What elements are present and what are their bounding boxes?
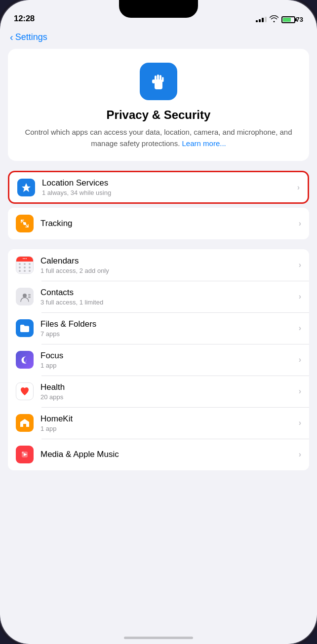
svg-rect-13 (28, 297, 31, 298)
media-text: Media & Apple Music (40, 450, 295, 459)
tracking-icon (16, 215, 34, 232)
phone-frame: 12:28 (0, 0, 317, 644)
calendars-icon (16, 256, 34, 274)
signal-bar-4 (265, 17, 267, 22)
svg-point-10 (23, 294, 27, 298)
learn-more-link[interactable]: Learn more... (182, 139, 226, 148)
svg-rect-12 (28, 296, 31, 297)
battery-fill (283, 18, 291, 22)
files-folders-item[interactable]: Files & Folders 7 apps › (8, 312, 309, 344)
signal-bars-icon (256, 17, 267, 22)
focus-title: Focus (40, 351, 295, 361)
homekit-chevron: › (299, 418, 301, 427)
health-item[interactable]: Health 20 apps › (8, 376, 309, 407)
signal-bar-2 (259, 19, 261, 22)
calendars-subtitle: 1 full access, 2 add only (40, 267, 295, 274)
svg-rect-5 (152, 79, 155, 83)
focus-chevron: › (299, 355, 301, 364)
files-folders-chevron: › (299, 324, 301, 333)
health-title: Health (40, 382, 295, 392)
location-services-chevron: › (297, 183, 300, 192)
tracking-chevron: › (299, 219, 301, 228)
tracking-title: Tracking (40, 219, 295, 228)
home-indicator (124, 637, 193, 639)
contacts-title: Contacts (40, 288, 295, 298)
status-time: 12:28 (14, 14, 35, 24)
svg-rect-3 (159, 75, 161, 81)
files-folders-subtitle: 7 apps (40, 330, 295, 338)
location-services-icon (17, 179, 35, 196)
tracking-item[interactable]: Tracking › (8, 208, 309, 239)
section-tracking: Tracking › (8, 208, 309, 239)
back-navigation: ‹ Settings (0, 28, 317, 49)
contacts-subtitle: 3 full access, 1 limited (40, 299, 295, 306)
back-label: Settings (15, 32, 47, 42)
back-button[interactable]: ‹ Settings (10, 32, 47, 43)
header-description: Control which apps can access your data,… (18, 127, 299, 149)
media-item[interactable]: Media & Apple Music › (8, 439, 309, 470)
contacts-chevron: › (299, 292, 301, 301)
media-icon (16, 446, 34, 463)
phone-screen: 12:28 (0, 0, 317, 644)
contacts-icon (16, 288, 34, 305)
homekit-icon (16, 414, 34, 432)
files-folders-title: Files & Folders (40, 319, 295, 329)
media-chevron: › (299, 450, 301, 459)
battery-percent: 73 (296, 16, 303, 23)
privacy-app-icon (140, 63, 177, 100)
media-title: Media & Apple Music (40, 450, 295, 459)
back-chevron-icon: ‹ (10, 32, 13, 43)
files-folders-icon (16, 319, 34, 337)
svg-rect-7 (23, 258, 24, 259)
section-permissions: Calendars 1 full access, 2 add only › (8, 249, 309, 470)
permissions-list: Calendars 1 full access, 2 add only › (8, 249, 309, 470)
cal-header (16, 257, 33, 262)
location-services-title: Location Services (42, 178, 293, 188)
contacts-text: Contacts 3 full access, 1 limited (40, 288, 295, 306)
health-chevron: › (299, 387, 301, 396)
location-services-subtitle: 1 always, 34 while using (42, 189, 293, 196)
focus-text: Focus 1 app (40, 351, 295, 369)
svg-rect-8 (24, 258, 25, 259)
focus-subtitle: 1 app (40, 362, 295, 369)
cal-body (16, 262, 33, 273)
homekit-text: HomeKit 1 app (40, 414, 295, 432)
calendars-title: Calendars (40, 256, 295, 266)
svg-rect-2 (157, 75, 159, 81)
contacts-item[interactable]: Contacts 3 full access, 1 limited › (8, 281, 309, 312)
battery-indicator: 73 (281, 16, 303, 23)
svg-rect-11 (28, 294, 31, 295)
calendars-text: Calendars 1 full access, 2 add only (40, 256, 295, 274)
notch (119, 0, 198, 18)
location-services-item[interactable]: Location Services 1 always, 34 while usi… (8, 171, 309, 204)
homekit-item[interactable]: HomeKit 1 app › (8, 407, 309, 439)
battery-icon (281, 16, 295, 23)
svg-rect-9 (26, 258, 27, 259)
signal-bar-3 (262, 18, 264, 22)
wifi-icon (270, 15, 278, 24)
files-folders-text: Files & Folders 7 apps (40, 319, 295, 338)
signal-bar-1 (256, 20, 258, 22)
svg-rect-4 (162, 77, 164, 82)
calendars-chevron: › (299, 261, 301, 269)
tracking-text: Tracking (40, 219, 295, 228)
header-card: Privacy & Security Control which apps ca… (8, 49, 309, 161)
health-text: Health 20 apps (40, 382, 295, 401)
tracking-list: Tracking › (8, 208, 309, 239)
health-icon (16, 382, 34, 400)
health-subtitle: 20 apps (40, 393, 295, 401)
homekit-title: HomeKit (40, 414, 295, 424)
focus-icon (16, 351, 34, 369)
scroll-content[interactable]: ‹ Settings (0, 28, 317, 644)
focus-item[interactable]: Focus 1 app › (8, 344, 309, 376)
header-title: Privacy & Security (18, 108, 299, 122)
status-icons: 73 (256, 15, 303, 24)
svg-point-15 (22, 452, 24, 454)
homekit-subtitle: 1 app (40, 425, 295, 432)
location-services-text: Location Services 1 always, 34 while usi… (42, 178, 293, 196)
calendars-item[interactable]: Calendars 1 full access, 2 add only › (8, 249, 309, 281)
